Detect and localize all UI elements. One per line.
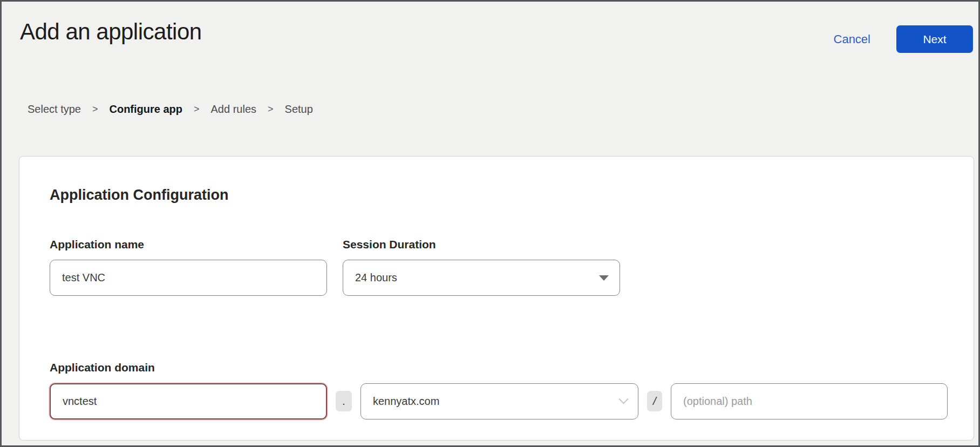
- chevron-down-icon: [618, 394, 628, 404]
- path-input[interactable]: [671, 383, 948, 419]
- breadcrumb-step-add-rules[interactable]: Add rules: [211, 103, 257, 116]
- section-title: Application Configuration: [50, 187, 228, 204]
- breadcrumb: Select type > Configure app > Add rules …: [28, 103, 313, 116]
- session-duration-select[interactable]: 24 hours: [343, 260, 620, 296]
- application-name-field: Application name: [50, 237, 327, 296]
- subdomain-input[interactable]: [50, 383, 327, 419]
- breadcrumb-step-setup[interactable]: Setup: [285, 103, 313, 116]
- breadcrumb-step-configure-app[interactable]: Configure app: [109, 103, 182, 116]
- cancel-button[interactable]: Cancel: [834, 32, 870, 46]
- session-duration-label: Session Duration: [343, 237, 620, 252]
- application-configuration-card: Application Configuration Application na…: [19, 156, 974, 441]
- browser-viewport: Add an application Cancel Next Select ty…: [0, 0, 980, 447]
- domain-select[interactable]: kennyatx.com: [360, 383, 638, 419]
- page-title: Add an application: [20, 19, 202, 45]
- dot-separator: .: [336, 391, 352, 411]
- session-duration-field: Session Duration 24 hours: [343, 237, 620, 296]
- application-name-label: Application name: [50, 237, 327, 252]
- breadcrumb-separator-icon: >: [92, 104, 98, 115]
- slash-separator: /: [647, 391, 662, 411]
- breadcrumb-separator-icon: >: [194, 104, 200, 115]
- application-domain-row: . kennyatx.com /: [50, 383, 948, 419]
- next-button[interactable]: Next: [896, 25, 973, 53]
- application-domain-label: Application domain: [50, 360, 327, 375]
- application-name-input[interactable]: [50, 260, 327, 296]
- header-actions: Cancel Next: [834, 25, 973, 53]
- application-domain-field: Application domain: [50, 360, 327, 375]
- breadcrumb-step-select-type[interactable]: Select type: [28, 103, 81, 116]
- domain-select-value: kennyatx.com: [373, 395, 439, 408]
- session-duration-value: 24 hours: [355, 272, 397, 284]
- breadcrumb-separator-icon: >: [268, 104, 274, 115]
- caret-down-icon: [599, 275, 609, 281]
